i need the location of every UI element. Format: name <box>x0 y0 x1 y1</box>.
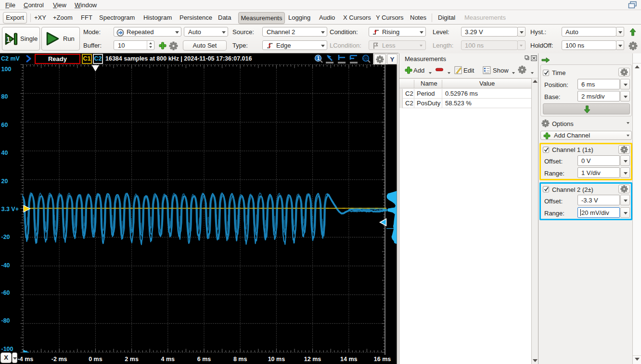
svg-text:1: 1 <box>317 56 320 61</box>
svg-text:100: 100 <box>1 66 12 73</box>
svg-text:80: 80 <box>1 93 8 100</box>
svg-text:3.3 V+: 3.3 V+ <box>1 206 19 213</box>
svg-text:-100: -100 <box>1 346 13 352</box>
svg-text:2 ms: 2 ms <box>125 356 139 363</box>
svg-text:16 ms: 16 ms <box>374 356 391 363</box>
svg-text:8 ms: 8 ms <box>233 356 247 363</box>
svg-text:-60: -60 <box>1 289 10 296</box>
svg-text:-80: -80 <box>1 317 10 324</box>
svg-text:40: 40 <box>1 150 8 156</box>
svg-text:10 ms: 10 ms <box>268 356 285 363</box>
svg-text:4 ms: 4 ms <box>161 356 175 363</box>
svg-text:-20: -20 <box>1 234 10 240</box>
svg-text:12 ms: 12 ms <box>304 356 321 363</box>
svg-text:1: 1 <box>6 35 10 43</box>
svg-text:-2 ms: -2 ms <box>51 356 67 363</box>
svg-text:20: 20 <box>1 178 8 185</box>
svg-text:0 ms: 0 ms <box>89 356 103 363</box>
svg-text:14 ms: 14 ms <box>340 356 357 363</box>
svg-text:-40: -40 <box>1 262 10 269</box>
svg-text:6 ms: 6 ms <box>197 356 211 363</box>
svg-text:-4 ms: -4 ms <box>18 356 34 363</box>
svg-text:60: 60 <box>1 122 8 128</box>
